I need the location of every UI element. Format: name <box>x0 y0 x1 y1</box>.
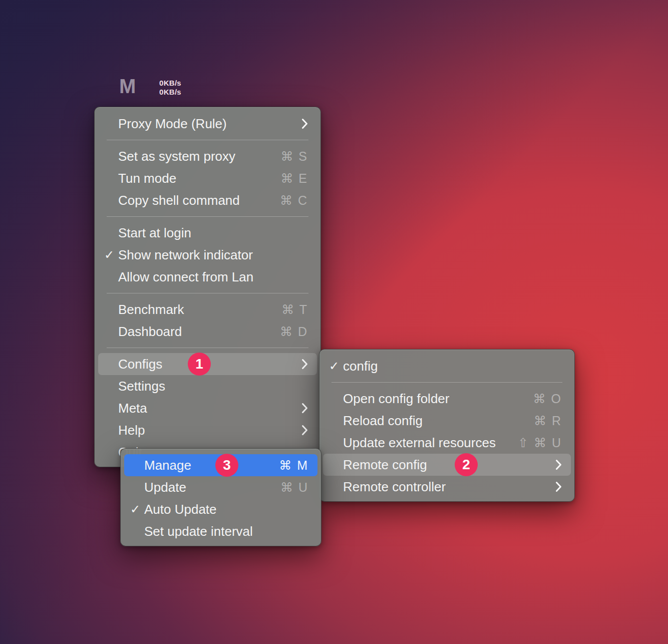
chevron-right-icon <box>301 403 308 414</box>
shortcut-label: ⌘ D <box>280 325 308 339</box>
menu-item-label: Open config folder <box>343 391 449 407</box>
menu-separator <box>107 293 308 293</box>
checkmark-icon: ✓ <box>104 248 118 262</box>
menu-item-label: Settings <box>118 379 165 394</box>
menu-item-meta[interactable]: Meta <box>98 397 317 419</box>
menu-item-label: Proxy Mode (Rule) <box>118 116 227 132</box>
step-badge-2: 2 <box>455 453 478 476</box>
chevron-right-icon <box>301 118 308 129</box>
chevron-right-icon <box>301 359 308 370</box>
menu-item-set-update-interval[interactable]: Set update interval <box>124 520 317 542</box>
menu-item-label: config <box>343 359 378 374</box>
menu-item-set-system-proxy[interactable]: Set as system proxy ⌘ S <box>98 145 317 167</box>
menu-item-update[interactable]: Update ⌘ U <box>124 476 317 498</box>
menu-item-label: Set update interval <box>144 524 253 539</box>
shortcut-label: ⌘ O <box>533 392 562 406</box>
menu-item-label: Auto Update <box>144 502 217 517</box>
menu-item-label: Tun mode <box>118 171 176 186</box>
step-badge-1: 1 <box>188 353 211 376</box>
menu-item-label: Meta <box>118 401 147 416</box>
shortcut-label: ⌘ S <box>280 149 308 164</box>
menu-item-help[interactable]: Help <box>98 419 317 441</box>
menu-item-label: Remote controller <box>343 479 446 495</box>
menu-item-manage[interactable]: Manage 3 ⌘ M <box>124 454 317 476</box>
shortcut-label: ⇧ ⌘ U <box>518 436 562 450</box>
menu-item-remote-config[interactable]: Remote config 2 <box>323 454 571 476</box>
upload-speed: 0KB/s <box>159 79 181 88</box>
menu-item-label: Set as system proxy <box>118 149 235 164</box>
menu-item-remote-controller[interactable]: Remote controller <box>323 476 571 498</box>
chevron-right-icon <box>555 459 562 470</box>
menu-item-tun-mode[interactable]: Tun mode ⌘ E <box>98 167 317 189</box>
manage-submenu: Manage 3 ⌘ M Update ⌘ U ✓ Auto Update Se… <box>120 448 321 546</box>
chevron-right-icon <box>555 481 562 492</box>
menu-item-label: Manage <box>144 458 191 473</box>
network-speed-indicator[interactable]: 0KB/s 0KB/s <box>159 79 181 97</box>
config-submenu: ✓ config Open config folder ⌘ O Reload c… <box>319 349 575 502</box>
menu-item-configs[interactable]: Configs 1 <box>98 353 317 375</box>
menu-item-allow-connect-from-lan[interactable]: Allow connect from Lan <box>98 266 317 288</box>
menu-item-config[interactable]: ✓ config <box>323 355 571 377</box>
menu-item-update-external-resources[interactable]: Update external resources ⇧ ⌘ U <box>323 432 571 454</box>
menu-item-label: Help <box>118 423 145 438</box>
menu-separator <box>107 216 308 217</box>
menu-item-label: Show network indicator <box>118 247 253 263</box>
menu-item-open-config-folder[interactable]: Open config folder ⌘ O <box>323 388 571 410</box>
menu-item-label: Dashboard <box>118 324 182 340</box>
menu-item-start-at-login[interactable]: Start at login <box>98 222 317 244</box>
menu-item-label: Start at login <box>118 225 191 241</box>
menu-item-proxy-mode[interactable]: Proxy Mode (Rule) <box>98 113 317 135</box>
menu-item-dashboard[interactable]: Dashboard ⌘ D <box>98 320 317 343</box>
menu-item-settings[interactable]: Settings <box>98 375 317 397</box>
download-speed: 0KB/s <box>159 88 181 97</box>
menu-item-label: Benchmark <box>118 302 184 317</box>
shortcut-label: ⌘ C <box>280 193 308 208</box>
step-badge-3: 3 <box>215 454 238 477</box>
menu-item-label: Reload config <box>343 413 423 429</box>
menu-item-show-network-indicator[interactable]: ✓ Show network indicator <box>98 244 317 266</box>
menu-separator <box>107 140 308 140</box>
menu-item-label: Allow connect from Lan <box>118 269 253 285</box>
menu-item-label: Copy shell command <box>118 193 240 208</box>
shortcut-label: ⌘ E <box>280 171 308 186</box>
main-menu: Proxy Mode (Rule) Set as system proxy ⌘ … <box>94 107 321 467</box>
menu-separator <box>107 348 308 348</box>
menu-separator <box>331 382 562 383</box>
shortcut-label: ⌘ R <box>534 414 562 428</box>
shortcut-label: ⌘ U <box>280 480 308 495</box>
menu-item-reload-config[interactable]: Reload config ⌘ R <box>323 410 571 432</box>
checkmark-icon: ✓ <box>329 359 343 373</box>
app-menubar-icon[interactable]: M <box>119 75 135 98</box>
shortcut-label: ⌘ T <box>281 302 308 317</box>
checkmark-icon: ✓ <box>130 502 144 516</box>
menu-item-label: Remote config <box>343 457 427 473</box>
menu-item-auto-update[interactable]: ✓ Auto Update <box>124 498 317 520</box>
chevron-right-icon <box>301 425 308 436</box>
menu-item-label: Configs <box>118 357 162 372</box>
shortcut-label: ⌘ M <box>279 458 308 473</box>
menu-item-copy-shell-command[interactable]: Copy shell command ⌘ C <box>98 189 317 211</box>
menu-item-label: Update external resources <box>343 435 496 451</box>
menu-item-benchmark[interactable]: Benchmark ⌘ T <box>98 298 317 320</box>
menu-item-label: Update <box>144 480 186 495</box>
